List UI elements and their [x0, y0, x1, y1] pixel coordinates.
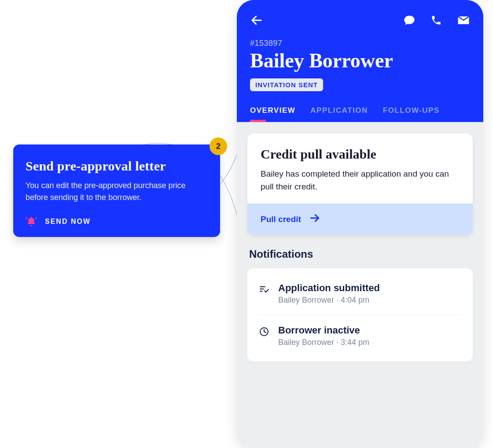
tab-application[interactable]: APPLICATION: [310, 106, 368, 122]
callout-body: You can edit the pre-approved purchase p…: [26, 180, 208, 204]
pull-credit-button[interactable]: Pull credit: [247, 204, 473, 235]
mail-icon[interactable]: [457, 14, 470, 27]
borrower-name: Bailey Borrower: [250, 49, 470, 72]
credit-card-title: Credit pull available: [261, 147, 460, 162]
phone-icon[interactable]: [430, 15, 442, 26]
notification-meta: Bailey Borrower · 4:04 pm: [278, 296, 380, 305]
credit-card-body: Bailey has completed their application a…: [261, 168, 460, 193]
callout-title: Send pre-approval letter: [26, 159, 208, 174]
back-button[interactable]: [250, 14, 263, 27]
notification-title: Borrower inactive: [278, 325, 369, 336]
tab-followups[interactable]: FOLLOW-UPS: [383, 106, 440, 122]
notification-title: Application submitted: [278, 282, 380, 294]
status-badge: INVITATION SENT: [250, 78, 323, 91]
checklist-icon: [259, 282, 269, 296]
credit-pull-card: Credit pull available Bailey has complet…: [247, 133, 473, 235]
list-item[interactable]: Borrower inactive Bailey Borrower · 3:44…: [259, 315, 461, 357]
send-now-label: SEND NOW: [45, 218, 91, 226]
notifications-list: Application submitted Bailey Borrower · …: [247, 268, 473, 361]
tabs: OVERVIEW APPLICATION FOLLOW-UPS: [250, 106, 470, 122]
phone-body: Credit pull available Bailey has complet…: [237, 122, 483, 361]
record-id: #153897: [250, 39, 470, 48]
list-item[interactable]: Application submitted Bailey Borrower · …: [259, 273, 461, 315]
notification-count-badge: 2: [210, 137, 227, 155]
tab-overview[interactable]: OVERVIEW: [250, 106, 295, 122]
phone-frame: #153897 Bailey Borrower INVITATION SENT …: [237, 0, 483, 448]
chat-icon[interactable]: [403, 14, 416, 26]
phone-header: #153897 Bailey Borrower INVITATION SENT …: [237, 0, 483, 122]
notifications-heading: Notifications: [249, 248, 471, 260]
pull-credit-label: Pull credit: [261, 215, 301, 224]
notification-meta: Bailey Borrower · 3:44 pm: [278, 338, 369, 347]
send-now-button[interactable]: SEND NOW: [26, 216, 208, 227]
arrow-right-icon: [309, 212, 320, 226]
clock-icon: [259, 325, 269, 339]
bell-alert-icon: [26, 216, 37, 227]
preapproval-callout: 2 Send pre-approval letter You can edit …: [13, 144, 220, 237]
